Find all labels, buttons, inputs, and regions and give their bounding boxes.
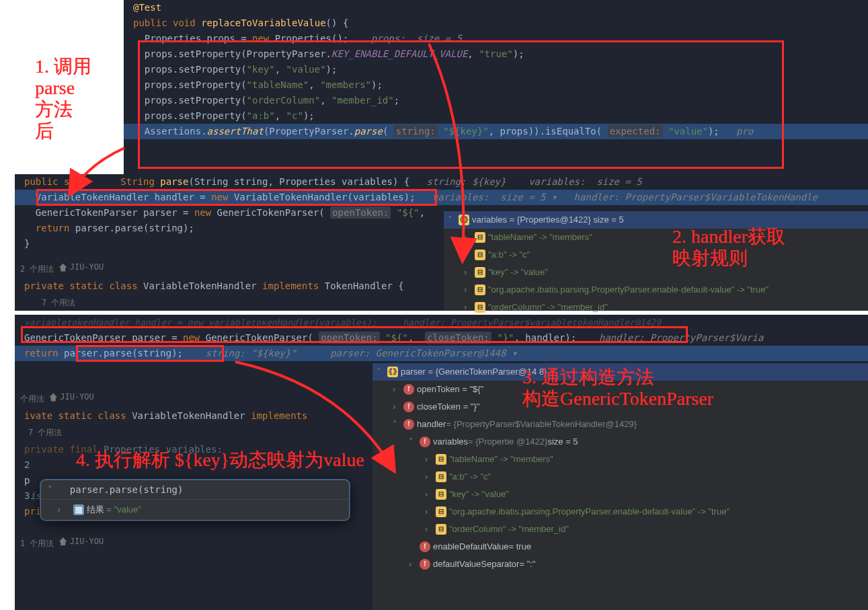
entry-icon: ⊟: [436, 471, 446, 482]
entry-icon: ⊟: [475, 250, 485, 260]
chevron-down-icon[interactable]: ˅: [377, 363, 387, 381]
editor-pane-1[interactable]: @Test public void replaceToVariableValue…: [124, 0, 868, 175]
field-icon: f: [403, 419, 414, 430]
object-icon: ⦃⦄: [459, 215, 469, 225]
field-icon: f: [403, 402, 414, 412]
avatar-icon: [49, 393, 57, 402]
usages-hint[interactable]: 2 个用法: [20, 264, 59, 274]
debug-tree-row[interactable]: ›⊟"tableName" -> "members": [444, 229, 868, 246]
debug-tree-row[interactable]: ›⊟"a:b" -> "c": [444, 246, 868, 264]
chevron-right-icon[interactable]: ›: [425, 468, 436, 486]
field-icon: f: [420, 559, 430, 570]
avatar-icon: [59, 537, 67, 545]
chevron-right-icon[interactable]: ›: [464, 246, 475, 264]
chevron-right-icon[interactable]: ›: [409, 556, 420, 573]
chevron-right-icon[interactable]: ›: [393, 381, 403, 398]
chevron-down-icon[interactable]: ˅: [409, 433, 420, 451]
entry-icon: ⊟: [475, 284, 485, 295]
entry-icon: ⊟: [475, 302, 485, 313]
entry-icon: ⊟: [475, 267, 485, 278]
chevron-right-icon[interactable]: ›: [425, 521, 436, 538]
debug-tree-row[interactable]: ›⊟"key" -> "value": [372, 486, 868, 503]
chevron-right-icon[interactable]: ›: [425, 451, 436, 468]
author-hint[interactable]: JIU-YOU: [59, 260, 104, 275]
annotation-text-1: 1. 调用 parse 方法 后: [35, 56, 91, 142]
entry-icon: ⊟: [436, 489, 446, 500]
debug-tree-row[interactable]: fenableDefaultValue = true: [372, 538, 868, 556]
field-icon: f: [420, 436, 430, 447]
entry-icon: ⊟: [436, 524, 446, 535]
debug-tree-row[interactable]: ˅fhandler = {PropertyParser$VariableToke…: [372, 416, 868, 433]
debug-tree-row[interactable]: ˅⦃⦄variables = {Properties@1422} size = …: [444, 211, 868, 229]
evaluate-expression-popup[interactable]: ˅ parser.parse(string) › ▦结果 = "value": [40, 480, 350, 521]
chevron-right-icon[interactable]: ›: [464, 281, 475, 299]
chevron-right-icon[interactable]: ›: [464, 229, 475, 246]
chevron-right-icon[interactable]: ›: [425, 486, 436, 503]
debug-tree-row[interactable]: ˅fvariables = {Propertie @1422} size = 5: [372, 433, 868, 451]
chevron-right-icon[interactable]: ›: [425, 503, 436, 521]
entry-icon: ⊟: [475, 232, 485, 243]
usages-hint[interactable]: 7 个用法: [28, 428, 62, 437]
chevron-right-icon[interactable]: ›: [393, 398, 403, 416]
debug-tree-row[interactable]: ›⊟"org.apache.ibatis.parsing.PropertyPar…: [372, 503, 868, 521]
field-icon: f: [403, 384, 414, 395]
field-icon: f: [420, 541, 430, 552]
debug-tree-row[interactable]: ›fcloseToken = "}": [372, 398, 868, 416]
table-icon: ▦: [73, 504, 84, 515]
chevron-right-icon[interactable]: ›: [464, 264, 475, 281]
entry-icon: ⊟: [436, 454, 446, 465]
annotation-token: @Test: [133, 2, 161, 13]
chevron-right-icon[interactable]: ›: [464, 299, 475, 316]
usages-hint[interactable]: 个用法: [20, 394, 49, 404]
usages-hint[interactable]: 1 个用法: [20, 538, 59, 547]
entry-icon: ⊟: [436, 506, 446, 517]
debug-tree-row[interactable]: ›fdefaultValueSeparator = ":": [372, 556, 868, 573]
chevron-down-icon[interactable]: ˅: [48, 484, 58, 495]
debug-tree-row[interactable]: ›⊟"org.apache.ibatis.parsing.PropertyPar…: [444, 281, 868, 299]
debug-tree-row[interactable]: ›⊟"key" -> "value": [444, 264, 868, 281]
author-hint[interactable]: JIU-YOU: [49, 389, 94, 405]
debug-tree-row[interactable]: ›⊟"orderColumn" -> "member_id": [444, 299, 868, 316]
usages-hint[interactable]: 7 个用法: [42, 298, 75, 307]
avatar-icon: [59, 264, 67, 272]
debug-tree-row[interactable]: ›⊟"a:b" -> "c": [372, 468, 868, 486]
chevron-down-icon[interactable]: ˅: [393, 416, 403, 433]
author-hint[interactable]: JIU-YOU: [59, 534, 104, 549]
debug-variables-panel-2[interactable]: ˅⦃⦄parser = {GenericTokenParser@14 8} ›f…: [372, 363, 868, 610]
chevron-down-icon[interactable]: ˅: [448, 211, 459, 229]
inlay-hint: string: ${key} variables: size = 5: [426, 176, 641, 187]
debug-tree-row[interactable]: ›⊟"orderColumn" -> "member_id": [372, 521, 868, 538]
debug-variables-panel-1[interactable]: ˅⦃⦄variables = {Properties@1422} size = …: [444, 211, 868, 311]
object-icon: ⦃⦄: [387, 367, 398, 377]
debug-tree-row[interactable]: ›⊟"tableName" -> "members": [372, 451, 868, 468]
chevron-right-icon[interactable]: ›: [57, 504, 68, 514]
debug-tree-row[interactable]: ›fopenToken = "${": [372, 381, 868, 398]
inlay-hint: props: size = 5: [371, 33, 462, 44]
debug-tree-row[interactable]: ˅⦃⦄parser = {GenericTokenParser@14 8}: [372, 363, 868, 381]
